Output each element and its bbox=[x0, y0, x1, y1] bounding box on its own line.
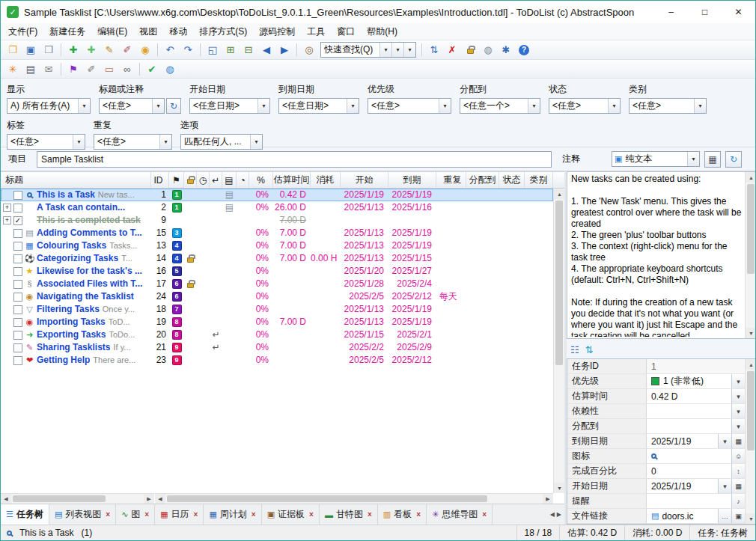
task-row-20[interactable]: ➜Exporting TasksToDo...208↵0%2025/1/1520… bbox=[1, 328, 553, 341]
task-title-cell[interactable]: ❤Getting HelpThere are... bbox=[1, 354, 151, 367]
reminder-button[interactable]: ◉ bbox=[137, 42, 153, 58]
chevron-down-icon[interactable]: ▾ bbox=[608, 99, 620, 113]
next-selection-button[interactable]: ▶ bbox=[276, 42, 293, 58]
filter-combo-titlecomment[interactable]: <任意>▾ bbox=[99, 98, 165, 114]
tab-close-button[interactable]: × bbox=[252, 510, 256, 519]
comments-grid-button[interactable]: ▦ bbox=[704, 151, 721, 168]
group-attributes-icon[interactable]: ☷ bbox=[570, 344, 579, 355]
flag-button[interactable]: ⚑ bbox=[65, 61, 82, 77]
scroll-down-button[interactable]: ▼ bbox=[554, 483, 565, 493]
chevron-down-button[interactable]: ▾ bbox=[731, 374, 745, 388]
scroll-up-button[interactable]: ▲ bbox=[746, 172, 756, 183]
task-row-13[interactable]: ▦Colouring TasksTasks...1340%7.00 D2025/… bbox=[1, 239, 553, 252]
new-tasklist-button[interactable]: ❐ bbox=[4, 42, 21, 58]
maximize-tasklist-button[interactable]: ◱ bbox=[204, 42, 221, 58]
task-title-cell[interactable]: ➜Exporting TasksToDo... bbox=[1, 328, 151, 341]
chevron-down-icon[interactable]: ▾ bbox=[250, 135, 262, 149]
collapse-tasks-button[interactable]: ⊟ bbox=[240, 42, 257, 58]
chevron-down-icon[interactable]: ▾ bbox=[528, 99, 540, 113]
weblink-button[interactable]: ◍ bbox=[480, 42, 496, 58]
tab-close-button[interactable]: × bbox=[144, 510, 149, 519]
prev-selection-button[interactable]: ◀ bbox=[258, 42, 275, 58]
comments-vertical-scrollbar[interactable]: ▲ ▼ bbox=[745, 172, 756, 338]
task-checkbox[interactable] bbox=[13, 267, 22, 276]
maximize-button[interactable]: □ bbox=[688, 1, 722, 23]
browse-button[interactable]: … bbox=[718, 509, 731, 523]
spinner-button[interactable]: ↕ bbox=[731, 464, 745, 478]
column-header-assign[interactable]: 分配到 bbox=[466, 172, 499, 188]
send-email-button[interactable]: ✉ bbox=[40, 61, 57, 77]
close-button[interactable]: ✕ bbox=[722, 1, 755, 23]
menu-item-1[interactable]: 文件(F) bbox=[2, 23, 43, 40]
scroll-down-button[interactable]: ▼ bbox=[746, 328, 756, 338]
scroll-left-button[interactable]: ◀ bbox=[155, 494, 165, 504]
task-title-cell[interactable]: §Associated Files with T... bbox=[1, 278, 151, 290]
tab-看板[interactable]: ▥看板× bbox=[378, 504, 427, 525]
attributes-vertical-scrollbar[interactable]: ▲ ▼ bbox=[745, 359, 756, 524]
column-header-pri[interactable]: ⚑ bbox=[169, 172, 184, 188]
column-header-status[interactable]: 状态 bbox=[499, 172, 525, 188]
column-header-cat[interactable]: 类别 bbox=[525, 172, 553, 188]
save-button[interactable]: ▣ bbox=[22, 42, 39, 58]
tab-scroll-left-button[interactable]: ◀ bbox=[550, 511, 555, 518]
open-button[interactable]: ▣ bbox=[731, 509, 745, 523]
set-color-button[interactable]: ✐ bbox=[119, 42, 135, 58]
column-header-title[interactable]: 标题 bbox=[1, 172, 151, 188]
task-checkbox[interactable] bbox=[13, 356, 22, 365]
filter-combo-category[interactable]: <任意>▾ bbox=[629, 98, 707, 114]
chevron-down-icon[interactable]: ▾ bbox=[403, 43, 415, 57]
tab-甘特图[interactable]: ▬甘特图× bbox=[320, 504, 378, 525]
tab-close-button[interactable]: × bbox=[482, 510, 487, 519]
save-all-button[interactable]: ❒ bbox=[40, 42, 57, 58]
task-row-9[interactable]: +✓This is a completed task97.00 D bbox=[1, 214, 553, 227]
highlight-button[interactable]: ✳ bbox=[4, 61, 21, 77]
attribute-value-field[interactable]: 2025/1/19▾▦ bbox=[647, 434, 745, 448]
filter-combo-options[interactable]: 匹配任何人, ...▾ bbox=[180, 134, 263, 150]
spellcheck-button[interactable]: ✔ bbox=[144, 61, 160, 77]
lock-tasklist-button[interactable] bbox=[462, 42, 478, 58]
task-title-cell[interactable]: ▦Colouring TasksTasks... bbox=[1, 239, 151, 252]
filter-combo-status[interactable]: <任意>▾ bbox=[549, 98, 621, 114]
column-header-folder[interactable]: ▤ bbox=[222, 172, 237, 188]
scroll-up-button[interactable]: ▲ bbox=[554, 189, 565, 199]
quick-find-next-button[interactable]: ▾ bbox=[391, 43, 403, 57]
smiley-button[interactable]: ☺ bbox=[731, 449, 745, 463]
chevron-down-icon[interactable]: ▾ bbox=[152, 99, 164, 113]
attribute-value-field[interactable]: 2025/1/19▾▦ bbox=[647, 479, 745, 493]
task-checkbox[interactable] bbox=[13, 305, 22, 314]
task-row-2[interactable]: +A Task can contain...21▤0%26.00 D2025/1… bbox=[1, 201, 553, 214]
menu-item-6[interactable]: 排序方式(S) bbox=[193, 23, 253, 40]
tab-周计划[interactable]: ▦周计划× bbox=[204, 504, 261, 525]
task-title-cell[interactable]: ★Likewise for the task's ... bbox=[1, 265, 151, 278]
menu-item-2[interactable]: 新建任务 bbox=[43, 23, 91, 40]
column-header-lock[interactable] bbox=[184, 172, 197, 188]
column-header-start[interactable]: 开始 bbox=[341, 172, 388, 188]
scroll-track[interactable] bbox=[746, 370, 756, 513]
scroll-track[interactable] bbox=[746, 183, 756, 328]
chevron-down-button[interactable]: ▾ bbox=[731, 419, 745, 433]
task-row-14[interactable]: ⚽Categorizing TasksT...1440%7.00 D0.00 H… bbox=[1, 252, 553, 265]
task-title-cell[interactable]: ⚽Categorizing TasksT... bbox=[1, 252, 151, 265]
menu-item-4[interactable]: 视图 bbox=[133, 23, 163, 40]
minimize-button[interactable]: – bbox=[654, 1, 688, 23]
tab-证据板[interactable]: ▣证据板× bbox=[262, 504, 320, 525]
scroll-track[interactable] bbox=[11, 494, 144, 504]
expand-tasks-button[interactable]: ⊞ bbox=[222, 42, 239, 58]
task-row-18[interactable]: ▽Filtering TasksOnce y...1870%2025/1/132… bbox=[1, 303, 553, 316]
task-checkbox[interactable] bbox=[13, 318, 22, 327]
filter-combo-startdate[interactable]: <任意日期>▾ bbox=[189, 98, 270, 114]
task-title-cell[interactable]: ◉Importing TasksToD... bbox=[1, 316, 151, 328]
chevron-down-icon[interactable]: ▾ bbox=[347, 99, 359, 113]
task-row-23[interactable]: ❤Getting HelpThere are...2390%2025/2/520… bbox=[1, 354, 553, 367]
task-checkbox[interactable] bbox=[13, 204, 22, 213]
filter-combo-tag[interactable]: <任意>▾ bbox=[7, 134, 85, 150]
column-header-spent[interactable]: 消耗 bbox=[311, 172, 341, 188]
task-title-cell[interactable]: ✎Sharing TasklistsIf y... bbox=[1, 341, 151, 354]
task-checkbox[interactable] bbox=[13, 191, 22, 200]
task-checkbox[interactable] bbox=[13, 254, 22, 263]
redo-button[interactable]: ↷ bbox=[180, 42, 196, 58]
menu-item-9[interactable]: 窗口 bbox=[331, 23, 361, 40]
task-row-17[interactable]: §Associated Files with T...1760%2025/1/2… bbox=[1, 278, 553, 290]
expand-toggle[interactable]: + bbox=[3, 204, 11, 212]
filter-combo-duedate[interactable]: <任意日期>▾ bbox=[278, 98, 359, 114]
